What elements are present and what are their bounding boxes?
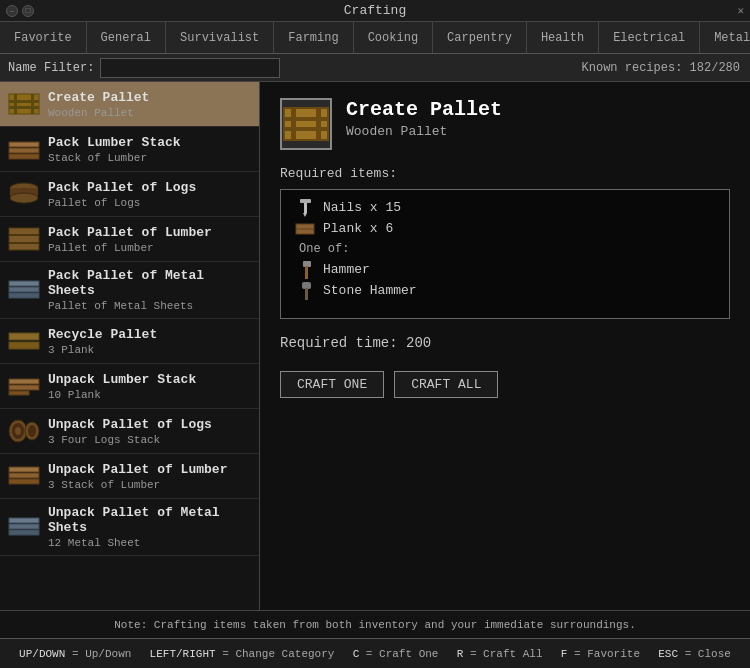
recipe-item-pack-pallet-lumber[interactable]: Pack Pallet of Lumber Pallet of Lumber	[0, 217, 259, 262]
svg-rect-28	[9, 473, 39, 478]
svg-rect-29	[9, 479, 39, 484]
svg-point-10	[10, 193, 38, 203]
craft-all-button[interactable]: CRAFT ALL	[394, 371, 498, 398]
svg-rect-18	[9, 342, 39, 349]
unpack-logs-svg	[8, 419, 40, 443]
required-time-label: Required time:	[280, 335, 398, 351]
tab-general[interactable]: General	[87, 22, 166, 53]
tab-carpentry[interactable]: Carpentry	[433, 22, 527, 53]
hotkey-esc-action: = Close	[685, 648, 731, 660]
svg-rect-46	[305, 288, 308, 300]
recipe-name: Unpack Lumber Stack	[48, 372, 251, 387]
svg-rect-2	[9, 106, 39, 109]
tab-health[interactable]: Health	[527, 22, 599, 53]
svg-marker-39	[303, 213, 307, 217]
key-c: C	[353, 648, 360, 660]
bottom-note-text: Note: Crafting items taken from both inv…	[114, 619, 636, 631]
recipe-item-unpack-lumber[interactable]: Unpack Lumber Stack 10 Plank	[0, 364, 259, 409]
plank-text: Plank x 6	[323, 221, 393, 236]
hotkey-craft-one: C = Craft One	[353, 648, 439, 660]
recipe-item-pack-lumber[interactable]: Pack Lumber Stack Stack of Lumber	[0, 127, 259, 172]
recipe-icon-logs	[8, 178, 40, 210]
recipe-detail: Create Pallet Wooden Pallet Required ite…	[260, 82, 750, 610]
svg-rect-27	[9, 467, 39, 472]
filter-input[interactable]	[100, 58, 280, 78]
svg-rect-4	[31, 94, 34, 114]
recipe-item-create-pallet[interactable]: Create Pallet Wooden Pallet	[0, 82, 259, 127]
svg-rect-37	[316, 108, 321, 140]
svg-rect-13	[9, 242, 39, 244]
recipe-item-pack-metal[interactable]: Pack Pallet of Metal Sheets Pallet of Me…	[0, 262, 259, 319]
ingredient-hammer: Hammer	[295, 262, 715, 277]
tab-electrical[interactable]: Electrical	[599, 22, 700, 53]
svg-rect-6	[9, 148, 39, 153]
svg-rect-33	[284, 108, 328, 140]
recipe-icon-pallet	[8, 88, 40, 120]
ingredient-plank: Plank x 6	[295, 221, 715, 236]
hotkey-updown-action: = Up/Down	[72, 648, 131, 660]
recipe-name: Pack Pallet of Metal Sheets	[48, 268, 251, 298]
key-f: F	[561, 648, 568, 660]
svg-rect-30	[9, 518, 39, 523]
svg-rect-7	[9, 154, 39, 159]
svg-rect-3	[14, 94, 17, 114]
recipe-item-unpack-metal[interactable]: Unpack Pallet of Metal Shets 12 Metal Sh…	[0, 499, 259, 556]
maximize-button[interactable]: □	[22, 5, 34, 17]
recipe-item-unpack-pallet-lumber[interactable]: Unpack Pallet of Lumber 3 Stack of Lumbe…	[0, 454, 259, 499]
svg-rect-19	[9, 379, 39, 384]
svg-point-24	[15, 427, 21, 435]
recipe-name: Pack Pallet of Lumber	[48, 225, 251, 240]
recipe-sub: Wooden Pallet	[48, 107, 251, 119]
detail-pallet-svg	[283, 106, 329, 142]
recipe-sub: Stack of Lumber	[48, 152, 251, 164]
key-r: R	[457, 648, 464, 660]
hotkey-leftright: LEFT/RIGHT = Change Category	[150, 648, 335, 660]
recipe-item-pack-logs[interactable]: Pack Pallet of Logs Pallet of Logs	[0, 172, 259, 217]
svg-rect-21	[9, 391, 29, 395]
craft-one-button[interactable]: CRAFT ONE	[280, 371, 384, 398]
recipe-name: Unpack Pallet of Logs	[48, 417, 251, 432]
tab-farming[interactable]: Farming	[274, 22, 353, 53]
recipe-text-unpack-metal: Unpack Pallet of Metal Shets 12 Metal Sh…	[48, 505, 251, 549]
close-button[interactable]: ✕	[737, 4, 744, 17]
tab-survivalist[interactable]: Survivalist	[166, 22, 274, 53]
recipe-sub: 12 Metal Sheet	[48, 537, 251, 549]
svg-rect-17	[9, 333, 39, 340]
ingredients-box: Nails x 15 Plank x 6 One of:	[280, 189, 730, 319]
hotkey-leftright-action: = Change Category	[222, 648, 334, 660]
recipe-text-unpack-logs: Unpack Pallet of Logs 3 Four Logs Stack	[48, 417, 251, 446]
recipe-item-recycle-pallet[interactable]: Recycle Pallet 3 Plank	[0, 319, 259, 364]
svg-rect-20	[9, 385, 39, 390]
svg-rect-40	[300, 199, 311, 203]
plank-icon	[295, 222, 315, 236]
recipe-text-pack-lumber: Pack Lumber Stack Stack of Lumber	[48, 135, 251, 164]
recipe-item-unpack-logs[interactable]: Unpack Pallet of Logs 3 Four Logs Stack	[0, 409, 259, 454]
nails-text: Nails x 15	[323, 200, 401, 215]
hotkey-f-action: = Favorite	[574, 648, 640, 660]
main-content: Create Pallet Wooden Pallet Pack Lumber …	[0, 82, 750, 610]
window-controls: – □	[6, 5, 34, 17]
recipe-text-unpack-lumber: Unpack Lumber Stack 10 Plank	[48, 372, 251, 401]
filter-label: Name Filter:	[8, 61, 94, 75]
filter-row: Name Filter: Known recipes: 182/280	[0, 54, 750, 82]
tab-metalworking[interactable]: Metalworking	[700, 22, 750, 53]
svg-rect-44	[305, 266, 308, 279]
recipe-sub: Pallet of Logs	[48, 197, 251, 209]
tab-cooking[interactable]: Cooking	[354, 22, 433, 53]
pallet-lumber-svg	[8, 227, 40, 251]
minimize-button[interactable]: –	[6, 5, 18, 17]
svg-rect-31	[9, 524, 39, 529]
svg-rect-5	[9, 142, 39, 147]
hotkey-updown: UP/DOWN = Up/Down	[19, 648, 131, 660]
recipe-icon-unpack-metal	[8, 511, 40, 543]
oneof-label: One of:	[295, 242, 715, 256]
tab-favorite[interactable]: Favorite	[0, 22, 87, 53]
craft-buttons: CRAFT ONE CRAFT ALL	[280, 371, 730, 398]
metal-svg	[8, 278, 40, 302]
recipe-icon-metal	[8, 274, 40, 306]
bottom-note: Note: Crafting items taken from both inv…	[0, 610, 750, 638]
unpack-metal-svg	[8, 515, 40, 539]
window-title: Crafting	[344, 3, 406, 18]
unpack-pallet-lumber-svg	[8, 464, 40, 488]
recipe-name: Recycle Pallet	[48, 327, 251, 342]
